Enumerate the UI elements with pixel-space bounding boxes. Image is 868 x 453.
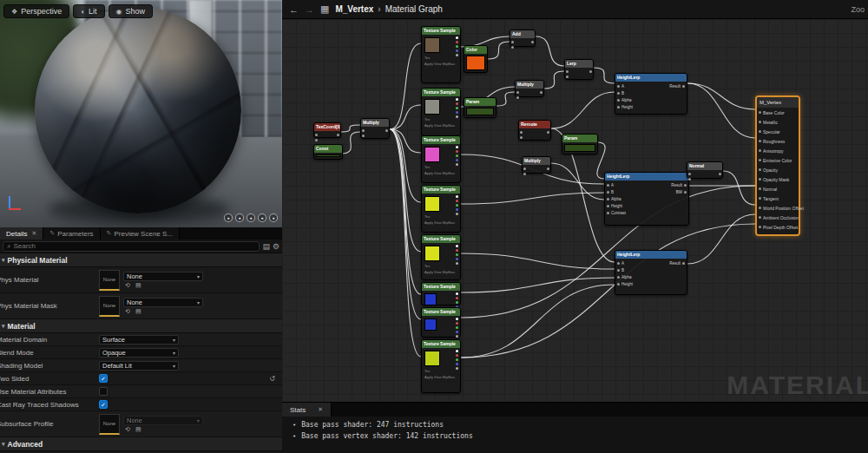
- phys-material-mask-thumbnail[interactable]: None: [99, 296, 120, 317]
- node-title: TexCoord[0]: [314, 123, 340, 131]
- graph-node-texture-sample-5[interactable]: Texture SampleTexApply View MipBias: [421, 234, 461, 280]
- browse-icon[interactable]: ▤: [135, 308, 141, 315]
- breadcrumb: M_Vertex › Material Graph: [335, 4, 442, 14]
- tab-parameters[interactable]: ✎Parameters: [43, 227, 100, 240]
- material-input-roughness[interactable]: Roughness: [757, 136, 799, 146]
- material-graph-panel: ← → ▦ M_Vertex › Material Graph Zoo MATE…: [282, 0, 868, 453]
- subsurface-profile-thumbnail[interactable]: None: [99, 414, 120, 435]
- preview-viewport[interactable]: ❖ Perspective ◐ Lit ◉ Show ●●●●●: [0, 0, 282, 227]
- graph-node-heightlerp-3[interactable]: HeightLerpABAlphaHeightResult: [615, 250, 687, 295]
- wrench-icon: ✎: [107, 230, 112, 237]
- details-panel: Details✕✎Parameters✎Preview Scene S... ⌕…: [0, 227, 282, 453]
- material-input-world-position-offset[interactable]: World Position Offset: [757, 203, 799, 213]
- graph-node-heightlerp-2[interactable]: HeightLerpABAlphaHeightContrastResultBW: [604, 172, 689, 226]
- material-input-anisotropy[interactable]: Anisotropy: [757, 146, 799, 155]
- property-label: Shading Model: [0, 362, 99, 370]
- graph-node-multiply-uv[interactable]: Multiply: [360, 118, 390, 139]
- phys-material-thumbnail[interactable]: None: [99, 270, 120, 291]
- material-input-tangent[interactable]: Tangent: [757, 194, 799, 203]
- back-icon[interactable]: ←: [289, 4, 299, 15]
- subsurface-profile-dropdown[interactable]: None▾: [123, 416, 203, 425]
- graph-node-texture-sample-8[interactable]: Texture SampleTexApply View MipBias: [421, 339, 461, 393]
- material-input-specular[interactable]: Specular: [757, 127, 799, 136]
- phys-material-dropdown[interactable]: None▾: [123, 272, 203, 281]
- use-selected-icon[interactable]: ⟲: [125, 308, 130, 315]
- preview-shape-cylinder-button[interactable]: ●: [224, 213, 233, 222]
- preview-shape-cube-button[interactable]: ●: [258, 213, 266, 222]
- pin-icon: [759, 140, 761, 142]
- material-input-opacity[interactable]: Opacity: [757, 165, 799, 174]
- search-box[interactable]: ⌕: [3, 241, 260, 252]
- graph-node-texture-sample-4[interactable]: Texture SampleTexApply View MipBias: [421, 185, 461, 233]
- row-physical-material[interactable]: ▾Physical Material: [0, 253, 282, 267]
- graph-node-texture-sample-7[interactable]: Texture Sample: [421, 307, 461, 338]
- preview-shape-plane-button[interactable]: ●: [247, 213, 255, 222]
- material-input-pixel-depth-offset[interactable]: Pixel Depth Offset: [757, 222, 799, 232]
- material-input-ambient-occlusion[interactable]: Ambient Occlusion: [757, 213, 799, 222]
- preview-shape-sphere-button[interactable]: ●: [235, 213, 244, 222]
- graph-node-lerp[interactable]: Lerp: [564, 59, 594, 80]
- pin-icon: [719, 173, 721, 175]
- tab-details[interactable]: Details✕: [0, 227, 43, 240]
- material-input-base-color[interactable]: Base Color: [757, 108, 799, 117]
- pin-icon: [617, 85, 620, 88]
- reset-icon[interactable]: ↺: [269, 375, 275, 383]
- phys-material-mask-dropdown[interactable]: None▾: [123, 298, 203, 307]
- graph-node-constant[interactable]: Const: [313, 144, 343, 160]
- pin-icon: [456, 98, 458, 101]
- use-selected-icon[interactable]: ⟲: [125, 282, 130, 289]
- graph-node-reroute[interactable]: Reroute: [518, 120, 551, 141]
- material-input-emissive-color[interactable]: Emissive Color: [757, 155, 799, 165]
- graph-hierarchy-icon[interactable]: ▦: [320, 3, 329, 15]
- pin-icon: [688, 173, 691, 175]
- cast-ray-traced-shadows-checkbox[interactable]: ✓: [99, 400, 108, 409]
- graph-node-multiply-2[interactable]: Multiply: [515, 80, 544, 97]
- lit-button[interactable]: ◐ Lit: [73, 4, 104, 18]
- search-input[interactable]: [13, 242, 255, 250]
- graph-node-multiply-3[interactable]: Multiply: [522, 156, 551, 174]
- show-button[interactable]: ◉ Show: [108, 4, 154, 18]
- shading-model-dropdown[interactable]: Default Lit▾: [99, 361, 179, 371]
- material-domain-dropdown[interactable]: Surface▾: [99, 335, 179, 345]
- graph-node-texture-sample-3[interactable]: Texture SampleTexApply View MipBias: [421, 135, 461, 183]
- graph-node-color-param[interactable]: Color: [464, 45, 488, 73]
- breadcrumb-root[interactable]: M_Vertex: [335, 4, 373, 14]
- material-input-normal[interactable]: Normal: [757, 184, 799, 194]
- two-sided-checkbox[interactable]: ✓: [99, 374, 108, 383]
- graph-node-heightlerp-1[interactable]: HeightLerpABAlphaHeightResult: [615, 73, 687, 115]
- preview-shape-mesh-button[interactable]: ●: [269, 213, 278, 222]
- graph-node-texture-sample-6[interactable]: Texture Sample: [421, 282, 461, 305]
- close-icon[interactable]: ✕: [318, 406, 323, 413]
- gear-icon[interactable]: ⚙: [273, 242, 279, 251]
- perspective-button[interactable]: ❖ Perspective: [3, 4, 69, 18]
- browse-icon[interactable]: ▤: [135, 426, 141, 433]
- pin-icon: [456, 331, 458, 333]
- row-advanced[interactable]: ▾Advanced: [0, 437, 282, 451]
- use-material-attributes-checkbox[interactable]: [99, 387, 108, 396]
- graph-node-green-param-2[interactable]: Param: [562, 134, 598, 154]
- graph-node-normal-node[interactable]: Normal: [687, 161, 723, 179]
- graph-node-green-param-1[interactable]: Param: [464, 97, 496, 118]
- tab-stats[interactable]: Stats ✕: [282, 403, 332, 417]
- graph-node-add-1[interactable]: Add: [510, 30, 536, 47]
- tab-label: Details: [6, 230, 27, 238]
- pin-icon: [531, 41, 534, 43]
- graph-canvas[interactable]: MATERIAL TexCoord[0]ConstMultiplyTexture…: [282, 19, 868, 402]
- tab-preview-scene-s-[interactable]: ✎Preview Scene S...: [101, 227, 180, 240]
- texture-thumbnail: [424, 351, 440, 366]
- blend-mode-dropdown[interactable]: Opaque▾: [99, 348, 179, 358]
- material-input-metallic[interactable]: Metallic: [757, 117, 799, 127]
- material-input-opacity-mask[interactable]: Opacity Mask: [757, 174, 799, 184]
- use-selected-icon[interactable]: ⟲: [125, 426, 130, 433]
- graph-wire: [339, 125, 360, 132]
- close-icon[interactable]: ✕: [31, 230, 36, 237]
- row-material[interactable]: ▾Material: [0, 319, 282, 333]
- browse-icon[interactable]: ▤: [135, 282, 141, 289]
- graph-node-texcoord[interactable]: TexCoord[0]: [313, 122, 341, 138]
- graph-node-texture-sample-1[interactable]: Texture SampleTexApply View MipBias: [421, 26, 461, 83]
- view-options-icon[interactable]: ▤: [262, 242, 270, 251]
- graph-node-texture-sample-2[interactable]: Texture SampleTexApply View MipBias: [421, 88, 461, 136]
- forward-icon[interactable]: →: [305, 4, 314, 15]
- graph-node-material-output[interactable]: M_VertexBase ColorMetallicSpecularRoughn…: [755, 95, 800, 236]
- pin-icon: [456, 111, 458, 114]
